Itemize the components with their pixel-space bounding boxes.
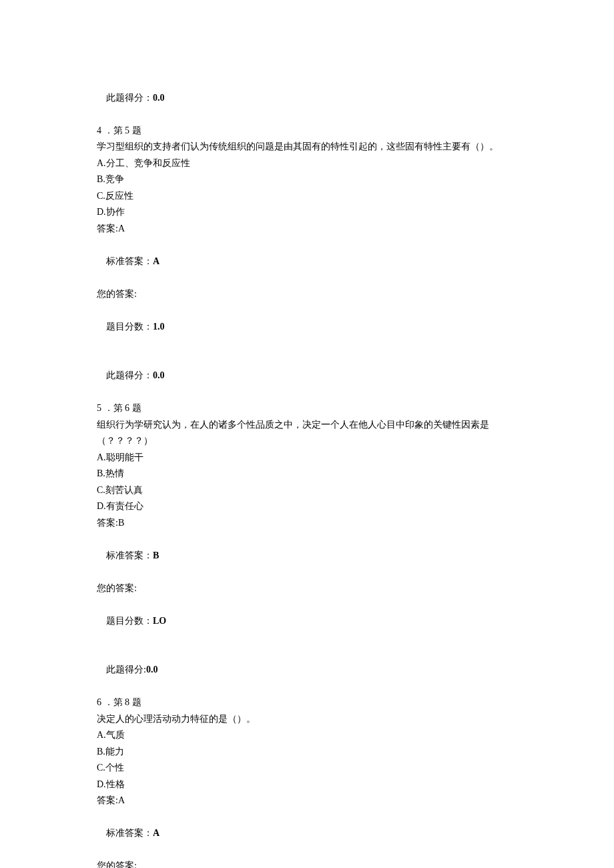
standard-answer-line: 标准答案：A — [97, 809, 527, 859]
option-b: B.能力 — [97, 744, 527, 761]
your-answer-line: 您的答案: — [97, 580, 527, 597]
your-answer-line: 您的答案: — [97, 286, 527, 303]
item-score-label: 题目分数： — [106, 616, 153, 626]
answer-line: 答案:A — [97, 221, 527, 238]
score-earned-value: 0.0 — [153, 370, 165, 380]
item-score-value: 1.0 — [153, 322, 165, 332]
question-stem: 学习型组织的支持者们认为传统组织的问题是由其固有的特性引起的，这些固有特性主要有… — [97, 139, 527, 155]
answer-line: 答案:A — [97, 793, 527, 809]
option-b: B.热情 — [97, 466, 527, 482]
item-score-value: LO — [153, 616, 166, 626]
option-c: C.反应性 — [97, 188, 527, 205]
option-b: B.竞争 — [97, 171, 527, 188]
question-number: 6 ．第 8 题 — [97, 695, 527, 711]
standard-answer-value: B — [153, 550, 159, 560]
score-earned-label: 此题得分： — [106, 370, 153, 380]
standard-answer-label: 标准答案： — [106, 256, 153, 266]
standard-answer-line: 标准答案：A — [97, 237, 527, 286]
question-number: 5 ．第 6 题 — [97, 400, 527, 417]
standard-answer-value: A — [153, 828, 160, 838]
question-stem: 决定人的心理活动动力特征的是（）。 — [97, 711, 527, 728]
option-a: A.分工、竞争和反应性 — [97, 155, 527, 172]
score-earned-line: 此题得分：0.0 — [97, 73, 527, 123]
question-number: 4 ．第 5 题 — [97, 123, 527, 139]
option-d: D.性格 — [97, 777, 527, 793]
option-c: C.个性 — [97, 760, 527, 777]
score-earned-value: 0.0 — [146, 665, 158, 675]
option-a: A.聪明能干 — [97, 450, 527, 466]
score-earned-label: 此题得分： — [106, 93, 153, 103]
option-a: A.气质 — [97, 727, 527, 744]
question-stem: 组织行为学研究认为，在人的诸多个性品质之中，决定一个人在他人心目中印象的关键性因… — [97, 417, 527, 434]
standard-answer-label: 标准答案： — [106, 828, 153, 838]
score-earned-line: 此题得分：0.0 — [97, 352, 527, 401]
option-c: C.刻苦认真 — [97, 482, 527, 499]
question-stem-cont: （？？？？） — [97, 433, 527, 450]
standard-answer-value: A — [153, 256, 160, 266]
standard-answer-line: 标准答案：B — [97, 531, 527, 580]
your-answer-line: 您的答案: — [97, 858, 527, 868]
option-d: D.有责任心 — [97, 498, 527, 515]
score-earned-value: 0.0 — [153, 93, 165, 103]
item-score-line: 题目分数：LO — [97, 596, 527, 646]
score-earned-label: 此题得分: — [106, 665, 146, 675]
score-earned-line: 此题得分:0.0 — [97, 646, 527, 695]
document-page: 此题得分：0.0 4 ．第 5 题 学习型组织的支持者们认为传统组织的问题是由其… — [0, 0, 614, 868]
item-score-label: 题目分数： — [106, 322, 153, 332]
option-d: D.协作 — [97, 204, 527, 221]
answer-line: 答案:B — [97, 515, 527, 532]
item-score-line: 题目分数：1.0 — [97, 302, 527, 352]
standard-answer-label: 标准答案： — [106, 550, 153, 560]
